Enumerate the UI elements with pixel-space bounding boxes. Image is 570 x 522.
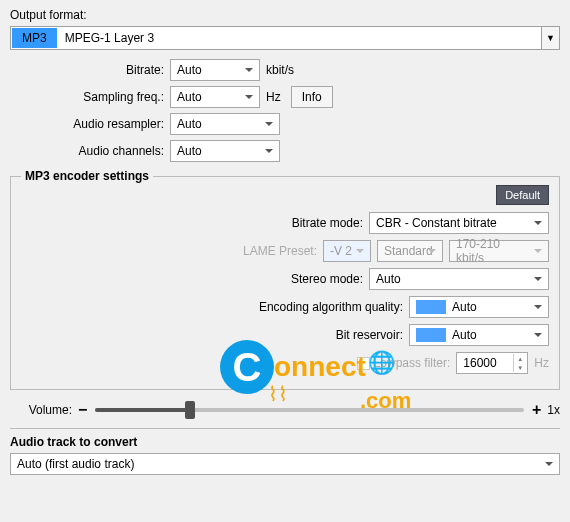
sampling-label: Sampling freq.: (10, 90, 170, 104)
volume-plus-button[interactable]: + (532, 401, 541, 419)
encoder-legend: MP3 encoder settings (21, 169, 153, 183)
lowpass-checkbox[interactable]: Lowpass filter: (357, 356, 451, 370)
reservoir-label: Bit reservoir: (336, 328, 403, 342)
sampling-unit: Hz (266, 90, 281, 104)
audio-track-label: Audio track to convert (10, 435, 560, 449)
bitrate-unit: kbit/s (266, 63, 294, 77)
bitrate-label: Bitrate: (10, 63, 170, 77)
encoder-settings-group: MP3 encoder settings Default Bitrate mod… (10, 169, 560, 390)
channels-select[interactable]: Auto (170, 140, 280, 162)
stereo-mode-label: Stereo mode: (291, 272, 363, 286)
lowpass-unit: Hz (534, 356, 549, 370)
bitrate-select[interactable]: Auto (170, 59, 260, 81)
slider-thumb[interactable] (185, 401, 195, 419)
volume-minus-button[interactable]: − (78, 401, 87, 419)
quality-label: Encoding algorithm quality: (259, 300, 403, 314)
lame-v-select: -V 2 (323, 240, 371, 262)
output-format-select[interactable]: MP3 MPEG-1 Layer 3 ▼ (10, 26, 560, 50)
format-badge: MP3 (12, 28, 57, 48)
resampler-label: Audio resampler: (10, 117, 170, 131)
output-format-label: Output format: (10, 8, 560, 22)
volume-slider[interactable] (95, 408, 524, 412)
lowpass-spinner[interactable]: 16000 ▲▼ (456, 352, 528, 374)
info-button[interactable]: Info (291, 86, 333, 108)
channels-label: Audio channels: (10, 144, 170, 158)
spinner-down-icon[interactable]: ▼ (513, 363, 526, 372)
sampling-select[interactable]: Auto (170, 86, 260, 108)
default-button[interactable]: Default (496, 185, 549, 205)
volume-label: Volume: (10, 403, 78, 417)
lame-kbit-select: 170-210 kbit/s (449, 240, 549, 262)
format-description: MPEG-1 Layer 3 (65, 31, 154, 45)
stereo-mode-select[interactable]: Auto (369, 268, 549, 290)
audio-track-select[interactable]: Auto (first audio track) (10, 453, 560, 475)
reservoir-swatch (416, 328, 446, 342)
reservoir-select[interactable]: Auto (409, 324, 549, 346)
resampler-select[interactable]: Auto (170, 113, 280, 135)
spinner-up-icon[interactable]: ▲ (513, 354, 526, 363)
volume-readout: 1x (547, 403, 560, 417)
chevron-down-icon[interactable]: ▼ (541, 27, 559, 49)
lame-standard: Standard (377, 240, 443, 262)
quality-swatch (416, 300, 446, 314)
lame-preset-label: LAME Preset: (243, 244, 317, 258)
quality-select[interactable]: Auto (409, 296, 549, 318)
bitrate-mode-label: Bitrate mode: (292, 216, 363, 230)
bitrate-mode-select[interactable]: CBR - Constant bitrate (369, 212, 549, 234)
checkbox-icon (357, 357, 370, 370)
